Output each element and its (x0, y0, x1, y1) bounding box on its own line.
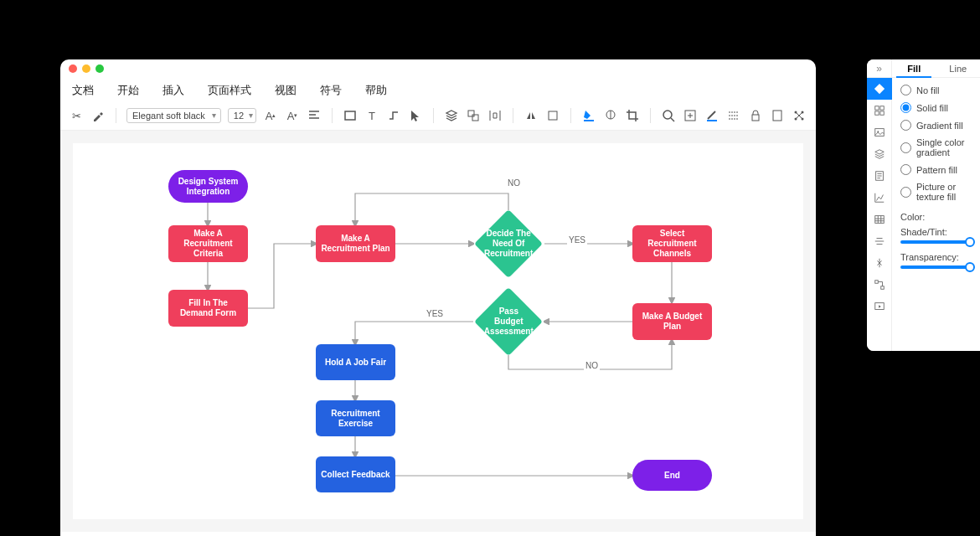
radio-single-color-gradient[interactable]: Single color gradient (900, 137, 972, 157)
svg-rect-2 (472, 115, 478, 121)
strip-flow-icon[interactable] (867, 274, 892, 296)
svg-rect-22 (874, 216, 884, 224)
separator (570, 108, 571, 123)
radio-gradient-fill[interactable]: Gradient fill (900, 120, 972, 131)
menu-bar: 文档 开始 插入 页面样式 视图 符号 帮助 (60, 78, 816, 105)
panel-collapse-button[interactable]: » (867, 59, 891, 78)
svg-rect-15 (874, 106, 878, 110)
canvas[interactable]: NO YES YES NO Design System Integration … (73, 143, 803, 519)
paintbrush-icon[interactable] (90, 108, 106, 123)
format-panel: » (867, 59, 980, 351)
layers-icon[interactable] (444, 108, 459, 123)
strip-chart-icon[interactable] (867, 187, 892, 209)
node-demand[interactable]: Fill In The Demand Form (168, 290, 248, 327)
svg-rect-0 (345, 111, 355, 120)
lock-icon[interactable] (748, 108, 763, 123)
rectangle-tool-icon[interactable] (343, 108, 358, 123)
fit-page-icon[interactable] (683, 108, 698, 123)
highlight-icon[interactable] (581, 108, 596, 123)
radio-no-fill[interactable]: No fill (900, 85, 972, 95)
line-style-icon[interactable] (726, 108, 741, 123)
zoom-icon[interactable] (661, 108, 676, 123)
menu-help[interactable]: 帮助 (365, 83, 387, 98)
separator (513, 108, 513, 123)
node-end[interactable]: End (632, 460, 712, 491)
group-icon[interactable] (466, 108, 481, 123)
edge-label-yes: YES (425, 309, 445, 318)
label-color: Color: (892, 209, 980, 224)
window-minimize-button[interactable] (82, 64, 90, 73)
svg-rect-18 (879, 111, 883, 115)
svg-rect-1 (468, 111, 474, 116)
radio-solid-fill[interactable]: Solid fill (900, 102, 972, 113)
strip-table-icon[interactable] (867, 209, 892, 230)
node-start[interactable]: Design System Integration (168, 170, 248, 203)
radio-pattern-fill[interactable]: Pattern fill (900, 164, 972, 175)
more-connectors-icon[interactable] (792, 108, 807, 123)
svg-rect-17 (874, 111, 878, 115)
strip-align-icon[interactable] (867, 230, 892, 252)
flip-horizontal-icon[interactable] (524, 108, 539, 123)
pointer-tool-icon[interactable] (408, 108, 423, 123)
edge-label-yes: YES (567, 235, 587, 245)
slider-transparency[interactable] (892, 264, 980, 274)
node-channels[interactable]: Select Recruitment Channels (632, 225, 712, 262)
fill-options: No fill Solid fill Gradient fill Single … (892, 78, 980, 209)
fill-color-icon[interactable] (603, 108, 618, 123)
node-budget-plan[interactable]: Make A Budget Plan (632, 303, 712, 340)
menu-start[interactable]: 开始 (117, 83, 139, 98)
line-color-icon[interactable] (704, 108, 720, 123)
strip-play-icon[interactable] (867, 296, 892, 317)
strip-page-icon[interactable] (867, 165, 892, 187)
connector-tool-icon[interactable] (386, 108, 401, 123)
node-feedback[interactable]: Collect Feedback (316, 456, 395, 492)
radio-picture-fill[interactable]: Picture or texture fill (900, 182, 972, 202)
menu-symbol[interactable]: 符号 (320, 83, 342, 98)
node-criteria[interactable]: Make A Recruitment Criteria (168, 225, 248, 262)
font-size-dropdown[interactable]: 12 (228, 108, 256, 123)
increase-font-icon[interactable]: A▴ (263, 108, 278, 123)
text-tool-icon[interactable]: T (364, 108, 379, 123)
svg-rect-4 (584, 120, 594, 121)
separator (332, 108, 333, 123)
svg-rect-23 (874, 281, 878, 284)
menu-insert[interactable]: 插入 (162, 83, 184, 98)
distribute-icon[interactable] (487, 108, 503, 123)
cut-icon[interactable]: ✂ (69, 108, 84, 123)
strip-fill-icon[interactable] (867, 78, 892, 100)
node-job-fair[interactable]: Hold A Job Fair (316, 344, 395, 380)
decrease-font-icon[interactable]: A▾ (285, 108, 300, 123)
font-dropdown[interactable]: Elegant soft black (126, 108, 221, 123)
edge-label-no: NO (584, 361, 600, 370)
app-window: 文档 开始 插入 页面样式 视图 符号 帮助 ✂ Elegant soft bl… (60, 59, 816, 536)
strip-ruler-icon[interactable] (867, 252, 892, 274)
svg-rect-10 (773, 111, 781, 121)
menu-page-style[interactable]: 页面样式 (208, 83, 251, 98)
page-icon[interactable] (770, 108, 785, 123)
tab-fill[interactable]: Fill (892, 59, 936, 77)
strip-grid-icon[interactable] (867, 100, 892, 121)
tab-line[interactable]: Line (936, 59, 981, 77)
separator (433, 108, 434, 123)
svg-rect-3 (549, 111, 557, 120)
strip-layers-icon[interactable] (867, 143, 892, 165)
strip-image-icon[interactable] (867, 121, 892, 143)
panel-body: Fill Line No fill Solid fill Gradient fi… (892, 59, 980, 351)
label-shade-tint: Shade/Tint: (892, 224, 980, 239)
menu-file[interactable]: 文档 (72, 83, 94, 98)
node-exercise[interactable]: Recruitment Exercise (316, 400, 395, 436)
align-icon[interactable] (307, 108, 322, 123)
panel-strip: » (867, 59, 892, 351)
panel-tabs: Fill Line (892, 59, 980, 78)
node-plan[interactable]: Make A Recruitment Plan (316, 225, 395, 262)
canvas-area: NO YES YES NO Design System Integration … (60, 131, 816, 532)
window-close-button[interactable] (69, 64, 77, 73)
crop-icon[interactable] (625, 108, 640, 123)
menu-view[interactable]: 视图 (275, 83, 297, 98)
toolbar: ✂ Elegant soft black 12 A▴ A▾ T (60, 105, 816, 131)
slider-shade-tint[interactable] (892, 239, 980, 249)
window-maximize-button[interactable] (95, 64, 104, 73)
titlebar (60, 59, 816, 78)
spacing-icon[interactable] (545, 108, 560, 123)
separator (116, 108, 116, 123)
